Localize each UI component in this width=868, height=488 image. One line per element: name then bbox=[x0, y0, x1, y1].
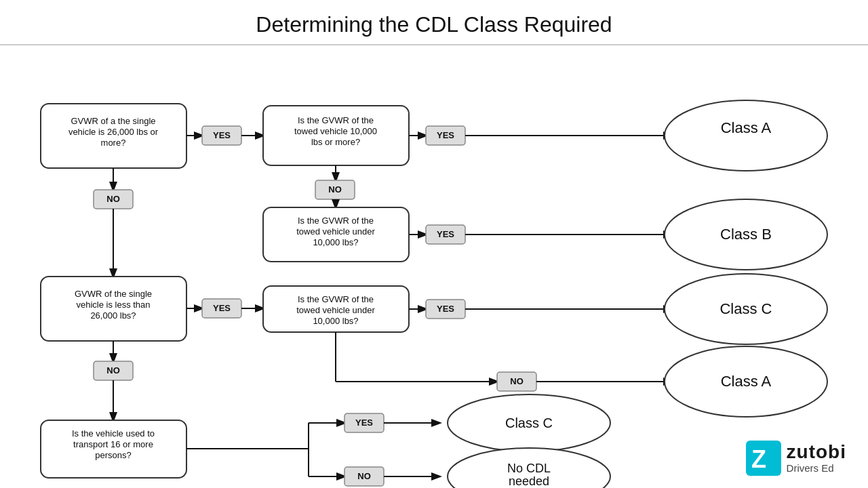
svg-text:No CDL: No CDL bbox=[507, 462, 551, 475]
svg-text:Is the vehicle used to: Is the vehicle used to bbox=[72, 428, 155, 439]
svg-text:towed vehicle 10,000: towed vehicle 10,000 bbox=[294, 126, 377, 136]
svg-text:YES: YES bbox=[213, 130, 231, 140]
logo-text: zutobi Drivers Ed bbox=[787, 442, 846, 474]
logo: Z zutobi Drivers Ed bbox=[746, 441, 846, 476]
page: Determining the CDL Class Required GVWR … bbox=[0, 0, 868, 488]
svg-text:YES: YES bbox=[437, 130, 454, 140]
svg-text:Class C: Class C bbox=[719, 300, 772, 317]
svg-text:lbs or more?: lbs or more? bbox=[311, 137, 360, 147]
svg-text:26,000 lbs?: 26,000 lbs? bbox=[90, 310, 136, 321]
svg-text:needed: needed bbox=[509, 474, 549, 488]
logo-subtitle: Drivers Ed bbox=[787, 463, 846, 474]
svg-text:Is the GVWR of the: Is the GVWR of the bbox=[298, 294, 374, 304]
svg-text:10,000 lbs?: 10,000 lbs? bbox=[313, 237, 358, 247]
page-title: Determining the CDL Class Required bbox=[0, 0, 868, 45]
svg-text:NO: NO bbox=[510, 376, 524, 386]
svg-text:NO: NO bbox=[106, 194, 120, 204]
svg-text:Class B: Class B bbox=[720, 226, 772, 243]
svg-text:Class A: Class A bbox=[721, 119, 772, 136]
svg-text:NO: NO bbox=[106, 365, 120, 375]
svg-text:GVWR of a the single: GVWR of a the single bbox=[71, 116, 156, 126]
svg-text:10,000 lbs?: 10,000 lbs? bbox=[313, 316, 358, 326]
svg-text:NO: NO bbox=[357, 471, 371, 481]
svg-text:YES: YES bbox=[355, 418, 373, 428]
svg-text:vehicle is 26,000 lbs or: vehicle is 26,000 lbs or bbox=[68, 127, 159, 137]
logo-icon: Z bbox=[746, 441, 781, 476]
logo-brand: zutobi bbox=[787, 442, 846, 463]
svg-text:YES: YES bbox=[213, 303, 231, 313]
svg-text:towed vehicle under: towed vehicle under bbox=[296, 226, 375, 237]
svg-text:NO: NO bbox=[328, 184, 342, 195]
svg-text:vehicle is less than: vehicle is less than bbox=[76, 300, 150, 310]
svg-text:towed vehicle under: towed vehicle under bbox=[296, 305, 375, 315]
svg-text:transport 16 or more: transport 16 or more bbox=[73, 439, 153, 449]
svg-text:Is the GVWR of the: Is the GVWR of the bbox=[298, 216, 374, 226]
svg-text:Is the GVWR of the: Is the GVWR of the bbox=[298, 115, 374, 125]
svg-text:Z: Z bbox=[751, 445, 766, 473]
svg-text:Class A: Class A bbox=[721, 373, 772, 390]
svg-text:more?: more? bbox=[101, 138, 126, 148]
svg-text:GVWR of the single: GVWR of the single bbox=[75, 289, 152, 299]
svg-text:YES: YES bbox=[437, 229, 454, 239]
svg-text:YES: YES bbox=[437, 304, 454, 314]
svg-text:persons?: persons? bbox=[95, 450, 131, 460]
svg-text:Class C: Class C bbox=[505, 415, 553, 430]
